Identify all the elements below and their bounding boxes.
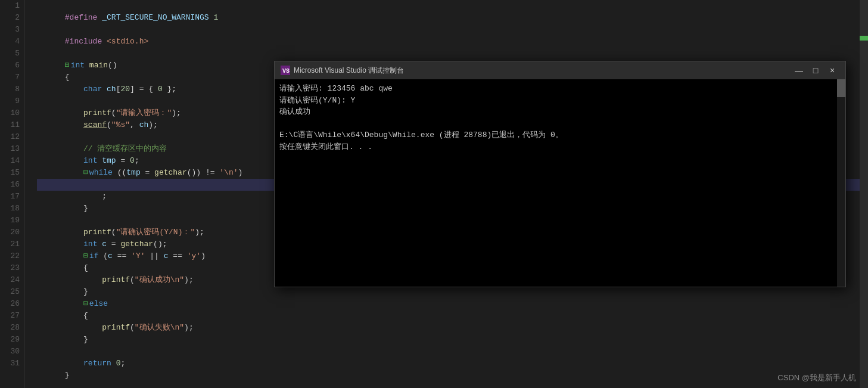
line-num-6: 6 <box>0 60 24 72</box>
line-num-2: 2 <box>0 12 24 24</box>
code-line-4 <box>37 36 868 48</box>
console-titlebar: VS Microsoft Visual Studio 调试控制台 — □ × <box>275 61 845 79</box>
line-num-5: 5 <box>0 48 24 60</box>
svg-text:VS: VS <box>282 68 290 75</box>
maximize-button[interactable]: □ <box>808 64 823 76</box>
output-line-2: 请确认密码(Y/N): Y <box>279 96 355 105</box>
line-num-20: 20 <box>0 226 24 238</box>
close-button[interactable]: × <box>825 64 839 76</box>
console-title: Microsoft Visual Studio 调试控制台 <box>294 66 792 76</box>
line-num-1: 1 <box>0 0 24 12</box>
console-window-controls: — □ × <box>792 64 839 76</box>
output-line-4 <box>279 119 284 128</box>
watermark-text: CSDN @我是新手人机 <box>777 373 856 382</box>
line-num-8: 8 <box>0 83 24 95</box>
code-line-3: #include <stdio.h> <box>37 24 868 36</box>
console-output: 请输入密码: 123456 abc qwe 请确认密码(Y/N): Y 确认成功… <box>279 83 841 153</box>
code-line-26: { <box>37 298 868 310</box>
console-content: 请输入密码: 123456 abc qwe 请确认密码(Y/N): Y 确认成功… <box>275 79 845 287</box>
watermark: CSDN @我是新手人机 <box>777 373 856 383</box>
output-line-6: 按任意键关闭此窗口. . . <box>279 142 372 151</box>
line-num-26: 26 <box>0 298 24 310</box>
line-num-17: 17 <box>0 191 24 203</box>
line-numbers: 1 2 3 4 5 6 7 8 9 10 11 12 13 14 15 16 1… <box>0 0 25 388</box>
code-line-27: printf("确认失败\n"); <box>37 310 868 322</box>
line-num-15: 15 <box>0 167 24 179</box>
line-num-13: 13 <box>0 143 24 155</box>
code-line-25: ⊟else <box>37 286 868 298</box>
line-num-22: 22 <box>0 250 24 262</box>
console-window: VS Microsoft Visual Studio 调试控制台 — □ × 请… <box>274 61 846 287</box>
code-line-5: ⊟int main() <box>37 48 868 60</box>
console-scroll-thumb <box>837 79 845 97</box>
line-num-4: 4 <box>0 36 24 48</box>
line-num-14: 14 <box>0 155 24 167</box>
code-line-29 <box>37 334 868 346</box>
line-num-28: 28 <box>0 322 24 334</box>
line-num-12: 12 <box>0 131 24 143</box>
line-num-11: 11 <box>0 119 24 131</box>
line-num-23: 23 <box>0 262 24 274</box>
code-line-30: return 0; <box>37 346 868 358</box>
line-num-31: 31 <box>0 358 24 370</box>
minimize-button[interactable]: — <box>792 64 806 76</box>
code-line-28: } <box>37 322 868 334</box>
console-scrollbar[interactable] <box>837 79 845 287</box>
code-line-2 <box>37 12 868 24</box>
line-num-7: 7 <box>0 72 24 83</box>
line-num-25: 25 <box>0 286 24 298</box>
line-num-16: 16 <box>0 179 24 191</box>
line-num-9: 9 <box>0 95 24 107</box>
line-num-3: 3 <box>0 24 24 36</box>
line-num-10: 10 <box>0 107 24 119</box>
output-line-5: E:\C语言\While\x64\Debug\While.exe (进程 287… <box>279 131 563 139</box>
line-num-24: 24 <box>0 274 24 286</box>
line-num-30: 30 <box>0 346 24 358</box>
scrollbar-indicator <box>860 36 868 41</box>
code-line-31: } <box>37 358 868 370</box>
code-line-1: #define _CRT_SECURE_NO_WARNINGS 1 <box>37 0 868 12</box>
line-num-21: 21 <box>0 238 24 250</box>
output-line-3: 确认成功 <box>279 107 310 116</box>
line-num-19: 19 <box>0 215 24 226</box>
output-line-1: 请输入密码: 123456 abc qwe <box>279 84 393 93</box>
line-num-27: 27 <box>0 310 24 322</box>
line-num-18: 18 <box>0 203 24 215</box>
editor-scrollbar[interactable] <box>860 0 868 388</box>
line-num-29: 29 <box>0 334 24 346</box>
vs-icon: VS <box>281 66 290 75</box>
